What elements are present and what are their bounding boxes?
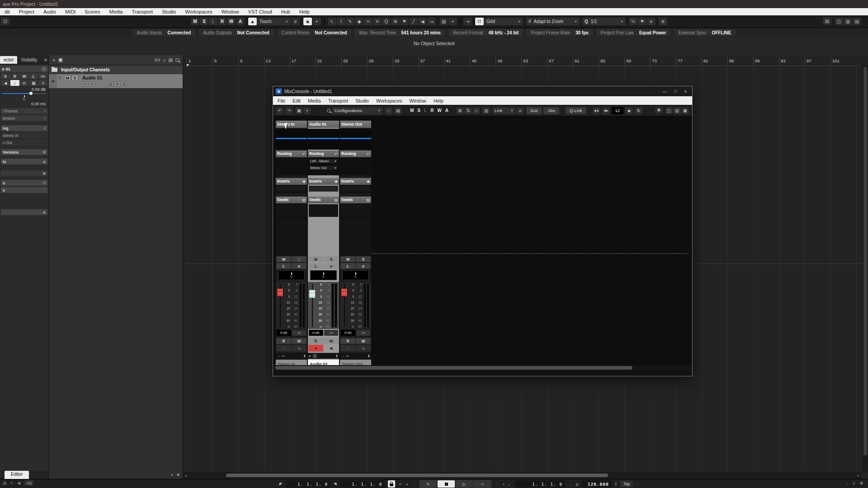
inspector-section-header[interactable]: Versions ▤ (1, 149, 47, 155)
rack-icon[interactable]: ▥ (482, 107, 490, 114)
l-button[interactable]: L (209, 18, 217, 25)
close-icon[interactable]: × (684, 89, 687, 94)
menu-item[interactable]: VST Cloud (244, 8, 277, 15)
right-locator-icon[interactable]: ◥ (334, 482, 336, 486)
tab-editor[interactable]: Editor (5, 471, 29, 479)
solo-button[interactable]: S (292, 256, 307, 262)
menu-item[interactable]: dit (0, 8, 14, 15)
ruler-tick[interactable]: 73 (650, 57, 676, 66)
inspector-button[interactable]: L (29, 73, 38, 79)
pointer-icon[interactable]: ↖ (10, 481, 14, 485)
write-button[interactable]: W (227, 18, 236, 25)
rack-icon[interactable]: ▤ (121, 81, 127, 86)
grid-icon[interactable]: ▤ (3, 481, 7, 485)
channel-picture-zone[interactable] (340, 129, 371, 150)
inserts-body[interactable] (276, 185, 307, 193)
inspector-section-header[interactable]: Stereo In (1, 132, 47, 138)
right-locator-value[interactable]: 1. 1. 1. 0 (340, 480, 385, 488)
menu-item[interactable]: Project (14, 8, 39, 15)
vertical-scrollbar-thumb[interactable] (863, 67, 867, 455)
fader-zone[interactable]: 60510152030∞ 06121824304050 (276, 282, 307, 329)
mixconsole-window[interactable]: ◈ MixConsole - Untitled1 — □ × FileEditM… (273, 86, 693, 376)
fader-zone[interactable]: 60510152030∞ 06121824304050 (308, 282, 339, 329)
left-locator-icon[interactable]: ◤ (279, 482, 282, 486)
mixer-panel-icon[interactable]: ▥ (673, 107, 681, 114)
routing-body[interactable] (340, 157, 371, 175)
ruler-tick[interactable]: 61 (573, 57, 599, 66)
monitor-icon[interactable]: o (102, 81, 107, 86)
edit-channel-icon[interactable]: e (96, 81, 101, 86)
section-icon[interactable]: ▦ (42, 172, 46, 175)
slider-knob[interactable] (29, 92, 33, 95)
inspector-section-header[interactable]: s ⊟ (1, 180, 47, 186)
play-button[interactable]: ▷ (456, 480, 473, 488)
mixer-scrollbar-thumb[interactable] (275, 366, 632, 370)
fader-level-value[interactable]: 0.00 (341, 330, 355, 336)
configurations-select[interactable]: Configurations ▼ (332, 107, 383, 114)
mute-all[interactable]: M (409, 108, 415, 113)
tool-icon[interactable]: ✂ (364, 18, 373, 25)
overflow-menu-icon[interactable]: ⋮ (412, 482, 415, 486)
read-button[interactable]: R (82, 81, 88, 86)
stop-button[interactable] (438, 480, 455, 488)
monitor-state-icon[interactable]: o (313, 354, 317, 358)
lock-icon[interactable]: ⊓ (20, 80, 29, 86)
menu-item[interactable]: Transport (127, 8, 157, 15)
inspector-section-header[interactable]: ts ◉ (1, 159, 47, 164)
inspector-button[interactable]: W (20, 73, 29, 79)
mixer-panel-icon[interactable]: ◫ (665, 107, 673, 114)
pan-control[interactable]: C (310, 270, 337, 280)
pan-control[interactable]: C (278, 270, 305, 280)
channel-count[interactable]: 12 (612, 107, 623, 114)
write-button[interactable]: W (292, 338, 307, 344)
ruler-tick[interactable]: 69 (624, 57, 650, 66)
tool-icon[interactable]: ◆ (355, 18, 363, 25)
edit-channel-button[interactable]: e (292, 263, 307, 269)
a-button[interactable]: A (236, 18, 245, 25)
channel-strip-stereo-out[interactable]: Stereo Out Routing ↩ Inserts ◉ Sends ▤ (340, 121, 371, 369)
ruler-tick[interactable]: 5 (212, 57, 238, 66)
view-option-icon[interactable]: ⊞ (456, 107, 464, 114)
snap-type-icon[interactable]: ∷ (475, 18, 484, 25)
routing-section-header[interactable]: Routing ↩ (276, 150, 307, 157)
fader-level-value[interactable]: 0.00 (309, 330, 323, 336)
fader-handle[interactable] (277, 288, 283, 297)
channel-header[interactable]: Stereo Out (340, 121, 371, 128)
pan-control[interactable]: C (342, 270, 369, 280)
peak-level-value[interactable]: -∞ (324, 330, 339, 336)
auto-scroll-icon[interactable]: ◈ (303, 18, 312, 25)
search-icon[interactable] (175, 58, 179, 62)
sends-section-header[interactable]: Sends ▤ (308, 197, 339, 203)
listen-button[interactable]: L (340, 263, 355, 269)
metronome-icon[interactable]: ♫ (575, 482, 579, 487)
mixconsole-titlebar[interactable]: ◈ MixConsole - Untitled1 — □ × (273, 86, 692, 96)
maximize-icon[interactable]: □ (674, 89, 677, 94)
send-slot[interactable] (341, 204, 370, 217)
workspace-icon[interactable]: ⊡ (1, 18, 9, 25)
menu-item[interactable]: Studio (352, 98, 373, 103)
volume-value[interactable]: 0.00 dB (0, 86, 48, 92)
channel-header[interactable]: Stereo In (276, 121, 307, 128)
sends-body[interactable] (276, 203, 307, 219)
right-zone-icon[interactable]: ▤ (823, 17, 831, 25)
status-pill[interactable]: Audio Inputs Connected (132, 29, 195, 36)
inspector-button[interactable]: >< (38, 73, 47, 79)
horizontal-scrollbar-thumb[interactable] (226, 474, 608, 477)
lock-icon[interactable] (388, 480, 395, 488)
automation-icon[interactable]: ▸ (309, 354, 311, 358)
inspector-button[interactable]: R (10, 73, 19, 79)
channel-strip-stereo-in[interactable]: Stereo In Routing ↩ Inserts ◉ Sends ▤ (276, 121, 307, 369)
extension-select[interactable]: tension ▾ (1, 115, 47, 121)
menu-item[interactable]: Window (217, 8, 244, 15)
inserts-body[interactable] (308, 185, 339, 193)
mixer-horizontal-scrollbar[interactable] (273, 365, 692, 371)
record-enable-button[interactable]: ● (340, 345, 355, 352)
mute-button[interactable]: M (308, 256, 323, 262)
inserts-section-header[interactable]: Inserts ◉ (308, 178, 339, 185)
window-titlebar[interactable]: ase Pro Project - Untitled1 (0, 0, 868, 8)
ruler-tick[interactable]: 37 (419, 57, 444, 66)
input-routing-select[interactable]: Left - Stereo . ▼ (309, 158, 338, 164)
insert-slot[interactable] (277, 186, 306, 192)
track-row[interactable]: ◆ 1 M S Audio 01 R W e o ▥ ⊞ ▤ (49, 74, 183, 88)
read-button[interactable]: R (276, 338, 291, 344)
